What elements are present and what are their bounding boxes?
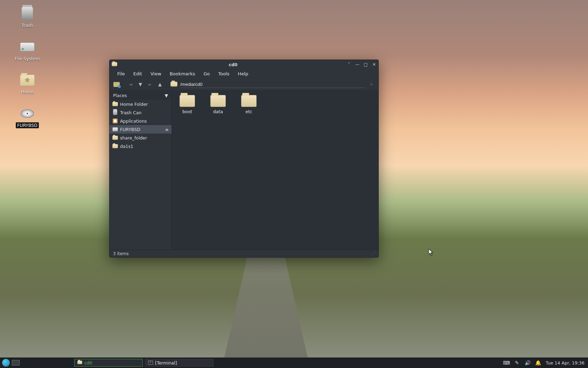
folder-icon bbox=[112, 102, 118, 107]
task-terminal[interactable]: [Terminal] bbox=[145, 359, 214, 367]
desktop-icon-label: Trash bbox=[20, 22, 34, 28]
clock[interactable]: Tue 14 Apr, 19:36 bbox=[546, 360, 586, 366]
desktop-icon-label: FURYBSD bbox=[16, 122, 39, 128]
sidebar-item-label: Trash Can bbox=[120, 110, 141, 115]
folder-icon bbox=[112, 135, 118, 140]
path-input[interactable] bbox=[180, 81, 365, 88]
path-tools-button[interactable]: ⁘ bbox=[368, 81, 375, 88]
menu-edit[interactable]: Edit bbox=[129, 70, 146, 78]
folder-icon bbox=[241, 95, 257, 107]
resize-grip[interactable]: ⋰ bbox=[372, 251, 375, 256]
desktop-icon-trash[interactable]: Trash bbox=[6, 6, 48, 28]
task-label: cd0 bbox=[84, 360, 92, 366]
statusbar: 3 items ⋰ bbox=[110, 250, 378, 257]
sidebar-item-furybsd[interactable]: FURYBSD ⏏ bbox=[110, 125, 172, 134]
system-tray: ⌨ ✎ 🔊 🔔 Tue 14 Apr, 19:36 bbox=[504, 360, 586, 366]
home-folder-icon bbox=[20, 73, 35, 88]
volume-icon[interactable]: 🔊 bbox=[525, 360, 530, 366]
folder-item-data[interactable]: data bbox=[207, 95, 229, 114]
sidebar-item-applications[interactable]: Applications bbox=[110, 117, 172, 125]
history-dropdown-button[interactable]: ▼ bbox=[137, 81, 144, 88]
status-text: 3 items bbox=[113, 251, 129, 256]
folder-icon bbox=[180, 95, 195, 107]
menubar: File Edit View Bookmarks Go Tools Help bbox=[110, 69, 378, 78]
folder-icon bbox=[170, 82, 177, 87]
menu-file[interactable]: File bbox=[113, 70, 129, 78]
taskbar: cd0 [Terminal] ⌨ ✎ 🔊 🔔 Tue 14 Apr, 19:36 bbox=[0, 357, 588, 368]
eject-icon[interactable]: ⏏ bbox=[165, 127, 169, 132]
menu-go[interactable]: Go bbox=[199, 70, 214, 78]
sidebar-item-da1s1[interactable]: da1s1 bbox=[110, 142, 172, 150]
app-menu-button[interactable] bbox=[2, 359, 10, 367]
task-label: [Terminal] bbox=[155, 360, 177, 366]
trash-icon bbox=[20, 6, 35, 21]
titlebar[interactable]: cd0 ˄ — □ ✕ bbox=[110, 60, 378, 69]
sidebar-item-label: share_folder bbox=[120, 135, 147, 141]
back-button[interactable]: ◄ bbox=[127, 81, 134, 88]
menu-bookmarks[interactable]: Bookmarks bbox=[166, 70, 200, 78]
menu-tools[interactable]: Tools bbox=[214, 70, 233, 78]
forward-button[interactable]: ► bbox=[147, 81, 154, 88]
keyboard-icon[interactable]: ⌨ bbox=[504, 360, 509, 366]
sidebar-item-trash[interactable]: Trash Can bbox=[110, 108, 172, 117]
applications-icon bbox=[112, 118, 118, 123]
file-name: etc bbox=[245, 109, 252, 114]
folder-icon bbox=[210, 95, 226, 107]
desktop-icon-filesystem[interactable]: File System bbox=[6, 40, 48, 62]
desktop-icon-label: Home bbox=[20, 89, 35, 95]
folder-item-boot[interactable]: boot bbox=[176, 95, 198, 114]
desktop-icon-home[interactable]: Home bbox=[6, 73, 48, 95]
sidebar-item-label: Applications bbox=[120, 118, 147, 124]
sidebar-header-label: Places bbox=[113, 93, 127, 98]
desktop-icon-label: File System bbox=[13, 56, 41, 62]
folder-icon bbox=[112, 144, 118, 149]
network-icon[interactable]: ✎ bbox=[514, 360, 520, 366]
notifications-icon[interactable]: 🔔 bbox=[535, 360, 541, 366]
new-tab-button[interactable] bbox=[113, 81, 120, 88]
file-manager-window: cd0 ˄ — □ ✕ File Edit View Bookmarks Go … bbox=[109, 60, 379, 258]
sidebar-item-home[interactable]: Home Folder bbox=[110, 100, 172, 108]
desktop-icons: Trash File System Home FURYBSD bbox=[6, 6, 48, 139]
file-view[interactable]: boot data etc bbox=[172, 91, 378, 250]
close-button[interactable]: ✕ bbox=[372, 62, 376, 67]
sidebar-item-label: Home Folder bbox=[120, 102, 148, 107]
trash-icon bbox=[112, 110, 118, 115]
disc-icon bbox=[20, 106, 35, 121]
up-button[interactable]: ▲ bbox=[156, 81, 163, 88]
cursor-icon bbox=[429, 249, 434, 256]
folder-item-etc[interactable]: etc bbox=[238, 95, 260, 114]
terminal-icon bbox=[148, 361, 153, 365]
task-cd0[interactable]: cd0 bbox=[74, 359, 143, 367]
drive-icon bbox=[112, 127, 118, 132]
maximize-button[interactable]: □ bbox=[364, 62, 368, 67]
file-name: data bbox=[213, 109, 223, 114]
toolbar: ◄ ▼ ► ▲ ⁘ bbox=[110, 78, 378, 91]
folder-icon bbox=[112, 62, 117, 67]
drive-icon bbox=[20, 40, 35, 54]
sidebar-item-label: FURYBSD bbox=[120, 127, 140, 132]
chevron-down-icon: ▼ bbox=[164, 93, 168, 98]
menu-help[interactable]: Help bbox=[234, 70, 253, 78]
window-title: cd0 bbox=[119, 62, 347, 67]
file-name: boot bbox=[182, 109, 192, 114]
sidebar-header[interactable]: Places ▼ bbox=[110, 91, 172, 100]
task-list: cd0 [Terminal] bbox=[74, 359, 214, 367]
shade-button[interactable]: ˄ bbox=[347, 62, 351, 67]
sidebar-item-label: da1s1 bbox=[120, 144, 133, 149]
sidebar-item-share-folder[interactable]: share_folder bbox=[110, 134, 172, 142]
desktop-icon-furybsd[interactable]: FURYBSD bbox=[6, 106, 48, 128]
folder-icon bbox=[77, 361, 82, 365]
sidebar: Places ▼ Home Folder Trash Can Applicati… bbox=[110, 91, 172, 250]
show-desktop-button[interactable] bbox=[12, 360, 20, 366]
menu-view[interactable]: View bbox=[146, 70, 166, 78]
minimize-button[interactable]: — bbox=[355, 62, 359, 67]
